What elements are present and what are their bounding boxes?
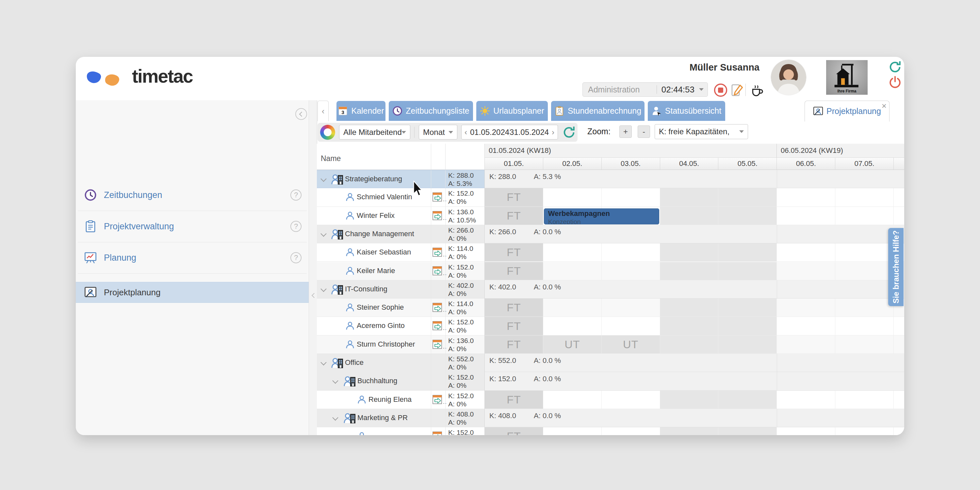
stop-timer-button[interactable] (713, 83, 728, 97)
gantt-cell[interactable] (602, 391, 660, 409)
gantt-cell-weekend[interactable] (718, 336, 777, 354)
gantt-cell[interactable] (543, 317, 602, 335)
gantt-cell-holiday[interactable]: FT (485, 336, 543, 354)
gantt-cell[interactable] (835, 262, 894, 280)
zoom-out-button[interactable]: - (638, 126, 650, 138)
gantt-group-row[interactable]: K: 152.0A: 0.0 % (485, 372, 904, 390)
gantt-group-row[interactable]: K: 288.0A: 5.3 % (485, 170, 904, 188)
date-to-input[interactable]: 31.05.2024 (510, 128, 549, 137)
gantt-cell[interactable] (835, 317, 894, 335)
sidebar-item-projektverwaltung[interactable]: Projektverwaltung? (76, 215, 309, 238)
gantt-cell[interactable] (543, 391, 602, 409)
schedule-calendar-icon[interactable] (432, 339, 443, 349)
tree-row-keiler-marie[interactable]: Keiler Marie..K: 152.0A: 0% (317, 262, 484, 280)
gantt-cell[interactable] (777, 262, 835, 280)
gantt-cell[interactable] (835, 427, 894, 435)
gantt-cell-weekend[interactable] (718, 243, 777, 262)
gantt-cell[interactable] (835, 207, 894, 225)
schedule-calendar-icon[interactable] (432, 302, 443, 312)
gantt-cell[interactable] (543, 188, 602, 207)
gantt-cell-holiday[interactable]: FT (485, 427, 543, 435)
gantt-cell[interactable] (602, 243, 660, 262)
gantt-cell-weekend[interactable] (660, 427, 719, 435)
gantt-cell[interactable] (777, 427, 835, 435)
tree-row-office[interactable]: OfficeK: 552.0A: 0% (317, 354, 484, 372)
tree-row-marketing-pr[interactable]: Marketing & PRK: 408.0A: 0% (317, 409, 484, 427)
gantt-cell[interactable] (835, 391, 894, 409)
gantt-cell-weekend[interactable] (718, 262, 777, 280)
gantt-cell-weekend[interactable] (660, 262, 719, 280)
chevron-down-icon[interactable] (320, 286, 326, 292)
gantt-cell-weekend[interactable] (718, 188, 777, 207)
chevron-down-icon[interactable] (320, 231, 326, 237)
chevron-down-icon[interactable] (320, 176, 326, 181)
gantt-cell-weekend[interactable] (718, 391, 777, 409)
gantt-cell-weekend[interactable] (660, 391, 719, 409)
schedule-calendar-icon[interactable] (432, 431, 443, 435)
schedule-calendar-icon[interactable] (432, 266, 443, 276)
zoom-in-button[interactable]: + (619, 126, 632, 138)
prev-period-button[interactable]: ‹ (461, 128, 470, 137)
gantt-cell[interactable] (835, 188, 894, 207)
gantt-cell[interactable] (543, 262, 602, 280)
tree-row-change-management[interactable]: Change ManagementK: 266.0A: 0% (317, 225, 484, 243)
help-icon[interactable]: ? (290, 189, 302, 200)
schedule-calendar-icon[interactable] (432, 321, 443, 331)
gantt-cell-holiday[interactable]: FT (485, 299, 543, 317)
gantt-cell-weekend[interactable] (718, 427, 777, 435)
schedule-calendar-icon[interactable] (432, 247, 443, 257)
gantt-cell-weekend[interactable] (660, 207, 719, 225)
period-select[interactable]: Monat (419, 125, 457, 140)
gantt-cell[interactable] (602, 427, 660, 435)
gantt-cell[interactable] (835, 336, 894, 354)
tree-row-kaiser-sebastian[interactable]: Kaiser Sebastian..K: 114.0A: 0% (317, 243, 484, 262)
sidebar-item-planung[interactable]: Planung? (76, 246, 309, 269)
sidebar-collapse-button[interactable] (295, 108, 307, 120)
gantt-cell-weekend[interactable] (660, 317, 719, 335)
gantt-cell-weekend[interactable] (718, 317, 777, 335)
gantt-cell[interactable] (777, 336, 835, 354)
chevron-down-icon[interactable] (320, 360, 326, 365)
gantt-cell[interactable] (602, 299, 660, 317)
tree-row-sturm-christopher[interactable]: Sturm Christopher..K: 136.0A: 0% (317, 336, 484, 354)
date-from-input[interactable]: 01.05.2024 (470, 128, 509, 137)
gantt-cell-holiday[interactable]: FT (485, 262, 543, 280)
tab-urlaubsplaner[interactable]: Urlaubsplaner (476, 101, 548, 121)
tab-projektplanung-active[interactable]: Projektplanung× (805, 100, 889, 121)
gantt-cell-weekend[interactable] (660, 243, 719, 262)
gantt-cell[interactable] (894, 336, 904, 354)
employee-filter-select[interactable]: Alle Mitarbeitend (339, 125, 410, 140)
task-bar-werbekampagnen[interactable]: WerbekampagnenKonzeption (544, 208, 659, 224)
tree-row-steiner-sophie[interactable]: Steiner Sophie..K: 114.0A: 0% (317, 299, 484, 317)
gantt-cell[interactable] (894, 207, 904, 225)
gantt-group-row[interactable]: K: 552.0A: 0.0 % (485, 354, 904, 372)
refresh-icon[interactable] (888, 59, 902, 74)
gantt-cell-weekend[interactable] (718, 207, 777, 225)
tab-statusübersicht[interactable]: Statusübersicht (648, 101, 725, 121)
reload-data-icon[interactable] (562, 125, 576, 139)
gantt-cell[interactable] (543, 299, 602, 317)
gantt-cell[interactable] (835, 243, 894, 262)
panel-splitter[interactable] (309, 100, 317, 435)
tree-row-winter-felix[interactable]: Winter Felix..K: 136.0A: 10.5% (317, 207, 484, 225)
gantt-cell[interactable] (894, 391, 904, 409)
tab-stundenabrechnung[interactable]: Stundenabrechnung (551, 101, 644, 121)
task-timer-selector[interactable]: Administration 02:44:53 (582, 82, 708, 97)
close-tab-icon[interactable]: × (882, 102, 886, 110)
help-icon[interactable]: ? (290, 252, 302, 263)
gantt-cell-holiday[interactable]: FT (485, 188, 543, 207)
gantt-cell-vacation[interactable]: UT (543, 336, 602, 354)
chevron-down-icon[interactable] (332, 378, 338, 384)
schedule-calendar-icon[interactable] (432, 192, 443, 202)
tree-row-strategieberatung[interactable]: StrategieberatungK: 288.0A: 5.3% (317, 170, 484, 188)
gantt-cell-holiday[interactable]: FT (485, 207, 543, 225)
gantt-cell[interactable] (543, 243, 602, 262)
next-period-button[interactable]: › (549, 128, 557, 137)
gantt-cell-weekend[interactable] (718, 299, 777, 317)
gantt-cell-holiday[interactable]: FT (485, 317, 543, 335)
tabs-scroll-left-button[interactable]: ‹ (318, 100, 329, 121)
gantt-cell[interactable] (777, 207, 835, 225)
tree-row-reunig-elena[interactable]: Reunig Elena..K: 152.0A: 0% (317, 391, 484, 409)
gantt-group-row[interactable]: K: 266.0A: 0.0 % (485, 225, 904, 243)
gantt-cell-holiday[interactable]: FT (485, 391, 543, 409)
